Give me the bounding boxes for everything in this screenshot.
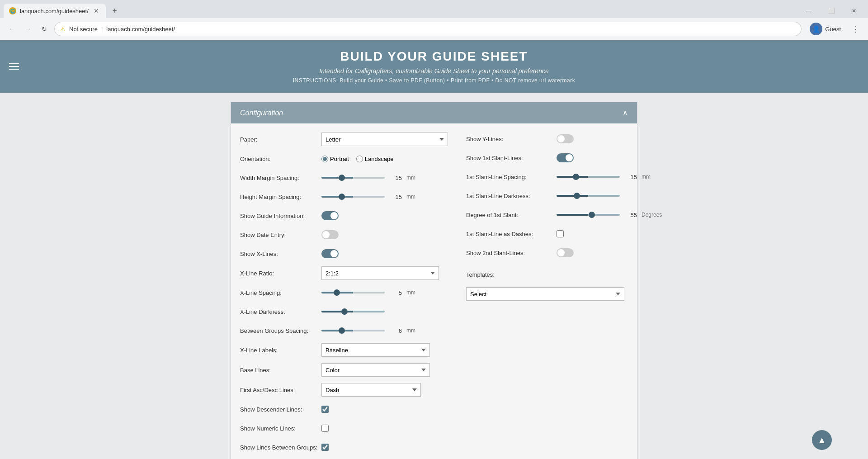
- show-1st-slant-toggle[interactable]: [557, 153, 574, 162]
- slant-spacing-slider-container: 15 mm: [557, 174, 651, 180]
- first-asc-label: First Asc/Desc Lines:: [240, 387, 321, 393]
- portrait-label: Portrait: [330, 156, 349, 162]
- landscape-label: Landscape: [365, 156, 394, 162]
- show-date-entry-toggle[interactable]: [321, 230, 339, 239]
- show-guide-info-label: Show Guide Information:: [240, 213, 321, 219]
- show-date-entry-label: Show Date Entry:: [240, 232, 321, 238]
- landscape-option[interactable]: Landscape: [356, 156, 394, 162]
- height-margin-slider-container: 15 mm: [321, 194, 415, 200]
- slant-as-dashes-row: 1st Slant-Line as Dashes:: [466, 227, 662, 240]
- slant-darkness-slider-container: [557, 195, 620, 197]
- slant-darkness-slider[interactable]: [557, 195, 620, 197]
- x-line-spacing-row: X-Line Spacing: 5 mm: [240, 286, 448, 299]
- tab-favicon: 🌐: [9, 7, 16, 14]
- show-y-lines-row: Show Y-Lines:: [466, 132, 662, 145]
- first-asc-row: First Asc/Desc Lines: Dash Color None: [240, 383, 448, 397]
- templates-label: Templates:: [466, 271, 557, 278]
- security-icon: ⚠: [60, 26, 66, 33]
- width-margin-unit: mm: [406, 175, 415, 181]
- x-line-darkness-slider-container: [321, 311, 385, 312]
- config-header[interactable]: Configuration ∧: [231, 102, 637, 123]
- base-lines-label: Base Lines:: [240, 367, 321, 374]
- show-x-lines-label: Show X-Lines:: [240, 251, 321, 257]
- degree-slant-row: Degree of 1st Slant: 55 Degrees: [466, 208, 662, 221]
- slant-darkness-label: 1st Slant-Line Darkness:: [466, 193, 557, 199]
- new-tab-button[interactable]: +: [108, 5, 121, 17]
- address-input[interactable]: ⚠ Not secure | lanquach.com/guidesheet/: [54, 22, 802, 36]
- tab-bar: 🌐 lanquach.com/guidesheet/ ✕ + — ⬜ ✕: [0, 0, 868, 18]
- x-line-labels-select[interactable]: Baseline None All: [321, 343, 430, 357]
- between-groups-slider[interactable]: [321, 330, 385, 331]
- hamburger-menu-button[interactable]: [9, 62, 19, 71]
- x-line-darkness-label: X-Line Darkness:: [240, 308, 321, 315]
- templates-select[interactable]: Select Copperplate Spencerian Gothic Ita…: [466, 287, 624, 301]
- height-margin-value: 15: [388, 194, 402, 200]
- show-descender-checkbox[interactable]: [321, 406, 329, 413]
- width-margin-row: Width Margin Spacing: 15 mm: [240, 171, 448, 184]
- base-lines-select[interactable]: Color Dash None: [321, 363, 430, 377]
- slant-as-dashes-checkbox[interactable]: [557, 230, 564, 237]
- scroll-top-button[interactable]: ▲: [812, 430, 832, 450]
- show-date-entry-row: Show Date Entry:: [240, 228, 448, 241]
- height-margin-slider[interactable]: [321, 196, 385, 198]
- width-margin-slider[interactable]: [321, 177, 385, 179]
- minimize-button[interactable]: —: [798, 4, 819, 18]
- first-asc-select[interactable]: Dash Color None: [321, 383, 421, 397]
- forward-button[interactable]: →: [22, 23, 34, 35]
- orientation-row: Orientation: Portrait Landscape: [240, 152, 448, 165]
- x-line-spacing-slider[interactable]: [321, 292, 385, 293]
- between-groups-slider-container: 6 mm: [321, 327, 415, 334]
- active-tab[interactable]: 🌐 lanquach.com/guidesheet/ ✕: [4, 4, 106, 18]
- portrait-option[interactable]: Portrait: [321, 156, 349, 162]
- show-lines-between-row: Show Lines Between Groups:: [240, 441, 448, 454]
- browser-chrome: 🌐 lanquach.com/guidesheet/ ✕ + — ⬜ ✕ ← →…: [0, 0, 868, 40]
- width-margin-slider-container: 15 mm: [321, 175, 415, 181]
- url-text: lanquach.com/guidesheet/: [106, 26, 796, 33]
- config-left-column: Paper: Letter A4 A5 Legal Orientation: P…: [240, 132, 448, 459]
- window-controls: — ⬜ ✕: [798, 4, 864, 18]
- x-line-darkness-slider[interactable]: [321, 311, 385, 312]
- maximize-button[interactable]: ⬜: [821, 4, 842, 18]
- tab-close-button[interactable]: ✕: [92, 7, 100, 15]
- back-button[interactable]: ←: [5, 23, 18, 35]
- show-2nd-slant-label: Show 2nd Slant-Lines:: [466, 250, 557, 256]
- x-line-spacing-label: X-Line Spacing:: [240, 289, 321, 296]
- config-section: Configuration ∧ Paper: Letter A4 A5 Lega…: [231, 102, 637, 459]
- profile-label: Guest: [825, 26, 841, 33]
- show-y-lines-toggle[interactable]: [557, 134, 574, 143]
- slant-spacing-unit: mm: [642, 174, 651, 180]
- address-bar: ← → ↻ ⚠ Not secure | lanquach.com/guides…: [0, 18, 868, 40]
- paper-select[interactable]: Letter A4 A5 Legal: [321, 132, 448, 146]
- address-separator: |: [101, 26, 103, 33]
- profile-button[interactable]: 👤 Guest: [805, 21, 845, 37]
- slant-darkness-row: 1st Slant-Line Darkness:: [466, 189, 662, 202]
- x-line-ratio-select[interactable]: 2:1:2 1:1:1 2:2:2 3:2:3: [321, 266, 439, 280]
- collapse-button[interactable]: ∧: [623, 109, 628, 117]
- show-numeric-checkbox[interactable]: [321, 425, 329, 432]
- templates-row: Templates:: [466, 268, 662, 281]
- degree-slant-slider[interactable]: [557, 214, 620, 216]
- x-line-spacing-slider-container: 5 mm: [321, 289, 415, 296]
- reload-button[interactable]: ↻: [38, 23, 51, 35]
- x-line-labels-label: X-Line Labels:: [240, 347, 321, 354]
- width-margin-label: Width Margin Spacing:: [240, 175, 321, 181]
- show-guide-info-toggle[interactable]: [321, 211, 339, 220]
- show-2nd-slant-toggle[interactable]: [557, 248, 574, 257]
- show-y-lines-label: Show Y-Lines:: [466, 136, 557, 142]
- x-line-spacing-value: 5: [388, 289, 402, 296]
- portrait-radio[interactable]: [321, 156, 328, 162]
- show-x-lines-toggle[interactable]: [321, 249, 339, 258]
- height-margin-unit: mm: [406, 194, 415, 200]
- profile-icon: 👤: [810, 23, 822, 35]
- browser-menu-button[interactable]: ⋮: [849, 22, 863, 36]
- slant-spacing-slider[interactable]: [557, 176, 620, 178]
- page-instructions: INSTRUCTIONS: Build your Guide • Save to…: [9, 77, 859, 84]
- show-x-lines-row: Show X-Lines:: [240, 247, 448, 260]
- x-line-darkness-row: X-Line Darkness:: [240, 305, 448, 318]
- show-lines-between-checkbox[interactable]: [321, 444, 329, 451]
- between-groups-value: 6: [388, 327, 402, 334]
- close-button[interactable]: ✕: [844, 4, 864, 18]
- security-label: Not secure: [69, 26, 98, 33]
- landscape-radio[interactable]: [356, 156, 363, 162]
- x-line-labels-row: X-Line Labels: Baseline None All: [240, 343, 448, 357]
